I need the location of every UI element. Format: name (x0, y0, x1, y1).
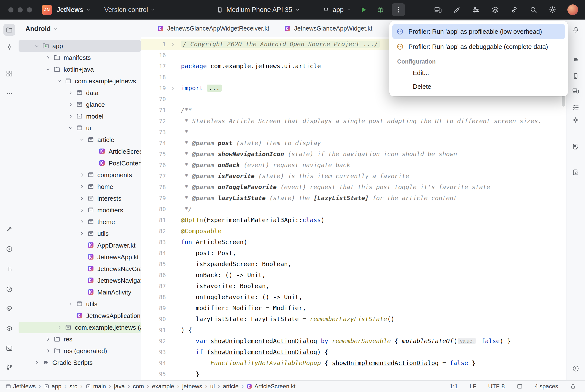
run-tool-button[interactable] (4, 243, 15, 255)
chevron-right-icon[interactable] (66, 112, 75, 121)
chevron-right-icon[interactable] (44, 334, 53, 344)
chevron-down-icon[interactable] (44, 65, 53, 74)
search-document-button[interactable] (570, 166, 581, 178)
line-number[interactable]: 85 (141, 261, 167, 267)
zoom-window-button[interactable] (27, 7, 32, 12)
tree-item[interactable]: components (19, 169, 141, 181)
chevron-right-icon[interactable] (66, 88, 75, 98)
breadcrumb-item[interactable]: app (44, 383, 61, 390)
chevron-right-icon[interactable] (55, 323, 64, 332)
line-number[interactable]: 19 (141, 85, 167, 92)
editor-tab[interactable]: JetnewsGlanceAppWidgetReceiver.kt (150, 20, 277, 37)
tree-item[interactable]: data (19, 87, 141, 99)
code-line[interactable]: 90 lazyListState: LazyListState = rememb… (141, 314, 566, 324)
code-line[interactable]: 92 var showUnimplementedActionDialog by … (141, 336, 566, 346)
breadcrumb-item[interactable]: jetnews (182, 383, 202, 390)
tree-item[interactable]: com.example.jetnews (an (19, 322, 141, 333)
tree-item[interactable]: article (19, 134, 141, 146)
line-number[interactable]: 82 (141, 228, 167, 234)
chevron-right-icon[interactable] (77, 182, 87, 191)
breadcrumb-item[interactable]: ui (210, 383, 215, 390)
line-number[interactable]: 93 (141, 349, 167, 355)
device-manager-button[interactable] (570, 70, 581, 82)
close-window-button[interactable] (8, 7, 14, 12)
line-number[interactable]: 18 (141, 74, 167, 80)
line-number[interactable]: 1 (141, 41, 167, 48)
line-number[interactable]: 88 (141, 294, 167, 300)
code-line[interactable]: 83fun ArticleScreen( (141, 236, 566, 248)
commit-button[interactable] (4, 41, 15, 53)
line-number[interactable]: 77 (141, 173, 167, 180)
ai-assist-button[interactable] (453, 6, 461, 14)
chevron-right-icon[interactable] (77, 217, 87, 226)
code-line[interactable]: 79 * @param lazyListState (state) the [L… (141, 192, 566, 204)
terminal-button[interactable] (4, 342, 15, 354)
tree-item[interactable]: kotlin+java (19, 64, 141, 75)
line-number[interactable]: 90 (141, 316, 167, 322)
chevron-right-icon[interactable] (77, 170, 87, 180)
line-number[interactable]: 72 (141, 118, 167, 124)
breadcrumb-item[interactable]: JetNews (6, 383, 36, 390)
project-switcher[interactable]: JetNews (57, 6, 91, 14)
tree-item[interactable]: res (generated) (19, 345, 141, 357)
code-line[interactable]: 82@Composable (141, 226, 566, 236)
code-line[interactable]: 93 if (showUnimplementedActionDialog) { (141, 346, 566, 358)
settings-button[interactable] (548, 6, 557, 14)
chevron-right-icon[interactable] (66, 300, 75, 309)
line-number[interactable]: 76 (141, 162, 167, 168)
tree-item[interactable]: JetnewsApplication (19, 310, 141, 322)
run-configuration-selector[interactable]: app (322, 0, 351, 20)
tree-item[interactable]: com.example.jetnews (19, 75, 141, 87)
build-variants-button[interactable] (4, 322, 15, 334)
chevron-right-icon[interactable] (77, 229, 87, 238)
line-number[interactable]: 75 (141, 151, 167, 158)
chevron-right-icon[interactable] (44, 53, 53, 62)
code-line[interactable]: 72 * Stateless Article Screen that displ… (141, 116, 566, 126)
logcat-button[interactable] (4, 263, 15, 275)
line-number[interactable]: 91 (141, 327, 167, 333)
chevron-right-icon[interactable] (77, 206, 87, 215)
checklist-button[interactable] (570, 102, 581, 113)
problems-button[interactable] (570, 363, 581, 374)
tree-item[interactable]: ArticleScreen.kt (19, 146, 141, 158)
search-button[interactable] (529, 6, 537, 14)
line-number[interactable]: 73 (141, 129, 167, 136)
code-line[interactable]: 80 */ (141, 204, 566, 214)
popup-action-edit[interactable]: Edit... (392, 66, 565, 80)
code-line[interactable]: 91) { (141, 324, 566, 336)
code-line[interactable]: 89 modifier: Modifier = Modifier, (141, 302, 566, 314)
line-number[interactable]: 80 (141, 206, 167, 212)
line-number[interactable]: 17 (141, 63, 167, 70)
breadcrumb-item[interactable]: main (85, 383, 106, 390)
gradle-button[interactable] (570, 54, 581, 66)
tree-item[interactable]: theme (19, 216, 141, 228)
assistant-button[interactable] (570, 141, 581, 152)
chevron-down-icon[interactable] (66, 124, 75, 133)
editor-tab[interactable]: JetnewsGlanceAppWidget.kt (277, 20, 380, 37)
tree-item[interactable]: ui (19, 122, 141, 134)
tree-item[interactable]: AppDrawer.kt (19, 240, 141, 251)
tree-item[interactable]: JetnewsNavigation (19, 275, 141, 286)
code-line[interactable]: 94 FunctionalityNotAvailablePopup { show… (141, 358, 566, 368)
breadcrumb-item[interactable]: example (152, 383, 174, 390)
code-line[interactable]: 71/** (141, 104, 566, 116)
minimize-window-button[interactable] (18, 7, 23, 12)
tree-item[interactable]: utils (19, 298, 141, 310)
tree-item[interactable]: Gradle Scripts (19, 357, 141, 368)
debug-button[interactable] (376, 5, 385, 15)
code-line[interactable]: 73 * (141, 126, 566, 138)
code-line[interactable]: 87 isFavorite: Boolean, (141, 280, 566, 292)
line-number[interactable]: 71 (141, 107, 167, 114)
line-number[interactable]: 79 (141, 195, 167, 202)
line-number[interactable]: 83 (141, 239, 167, 245)
line-number[interactable]: 89 (141, 305, 167, 311)
code-line[interactable]: 76 * @param onBack (event) request navig… (141, 160, 566, 170)
code-line[interactable]: 84 post: Post, (141, 248, 566, 258)
breadcrumb-item[interactable]: java (114, 383, 125, 390)
line-number[interactable]: 74 (141, 140, 167, 146)
line-number[interactable]: 86 (141, 272, 167, 278)
tree-item[interactable]: modifiers (19, 204, 141, 216)
unlock-icon[interactable] (570, 383, 576, 390)
app-insights-button[interactable] (4, 303, 15, 315)
line-number[interactable]: 95 (141, 371, 167, 377)
